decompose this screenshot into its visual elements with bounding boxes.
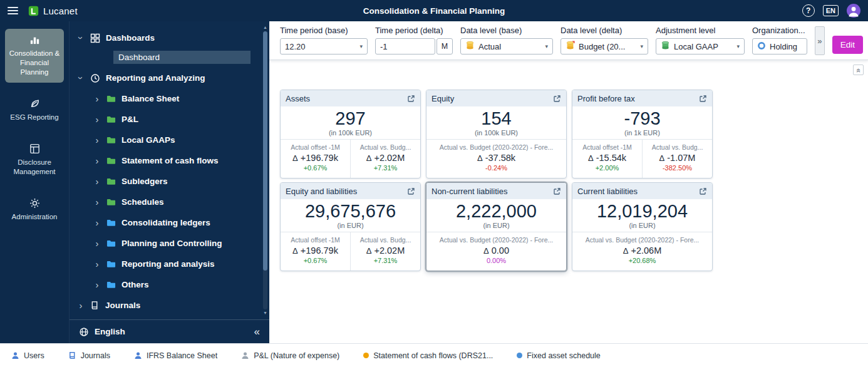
delta-label: Actual vs. Budget (2020-2022) - Fore... [576,236,708,244]
folder-icon [106,260,116,268]
chevron-right-icon[interactable]: › [93,259,101,269]
collapse-panel-button[interactable]: « [853,65,864,75]
card-value: 297 [281,108,420,129]
statusbar-item-journals[interactable]: Journals [68,351,110,360]
statusbar-item-fixed-asset-schedule[interactable]: Fixed asset schedule [517,351,600,360]
dashboard-grid-icon [90,33,100,43]
scroll-down-icon[interactable]: ▼ [263,311,267,316]
delta-icon: Δ [292,153,298,163]
chevron-right-icon[interactable]: › [93,239,101,248]
chevron-down-icon: ▾ [640,43,643,49]
delta-icon: Δ [292,246,298,256]
user-avatar[interactable] [847,4,860,18]
open-external-icon[interactable] [699,95,707,103]
card-deltas: Actual offset -1M Δ +196.79k +0.67% Actu… [281,232,420,271]
chevron-right-icon[interactable]: › [93,94,101,103]
delta-value: Δ -37.58k [430,153,562,163]
open-external-icon[interactable] [407,187,415,195]
user-icon [134,351,142,359]
tree-item-local-gaaps[interactable]: › Local GAAPs [70,130,269,150]
chevron-right-icon[interactable]: › [93,156,101,165]
organization-select[interactable]: Holding [752,38,807,54]
tree-item-journals[interactable]: › Journals [70,295,269,316]
leaf-icon [29,98,41,110]
collapse-sidebar-icon[interactable]: « [254,326,260,338]
language-badge[interactable]: EN [823,5,839,16]
language-selector[interactable]: English « [70,319,269,343]
filter-data-level-delta: Data level (delta) Budget (20... ▾ [561,26,648,54]
brand-name: Lucanet [43,6,78,16]
data-level-delta-select[interactable]: Budget (20... ▾ [561,38,648,54]
open-external-icon[interactable] [553,95,561,103]
statusbar-item-statement-of-cash-flows[interactable]: Statement of cash flows (DRS21... [363,351,493,360]
double-chevron-up-icon: « [854,68,863,72]
tree-item-consolidating-ledgers[interactable]: › Consolidating ledgers [70,212,269,233]
chevron-right-icon[interactable]: › [93,115,101,124]
delta-percent: +7.31% [354,164,416,172]
time-period-delta-input[interactable] [375,38,435,54]
tree-item-label: Subledgers [121,177,168,186]
sidebar-item-consolidation[interactable]: Consolidation & Financial Planning [5,29,64,83]
chevron-right-icon[interactable]: › [93,177,101,186]
statusbar-item-users[interactable]: Users [11,351,44,360]
sidebar-item-administration[interactable]: Administration [5,192,64,227]
tree-item-reporting-and-analysis[interactable]: › Reporting and analysis [70,254,269,274]
sidebar-item-disclosure-management[interactable]: Disclosure Management [5,138,64,182]
tree-item-reporting-and-analyzing[interactable]: › Reporting and Analyzing [70,68,269,88]
bar-chart-icon [29,34,41,46]
select-value: Local GAAP [674,42,718,51]
chevron-right-icon[interactable]: › [77,301,85,310]
card-unit: (in EUR) [572,222,712,229]
tree-item-label: Consolidating ledgers [121,218,210,227]
folder-icon [106,177,116,185]
card-header: Profit before tax [572,90,712,106]
tree-item-balance-sheet[interactable]: › Balance Sheet [70,88,269,109]
chevron-right-icon[interactable]: › [93,280,101,289]
adjustment-level-select[interactable]: Local GAAP ▾ [656,38,745,54]
hamburger-menu-icon[interactable] [8,7,18,14]
chevron-down-icon[interactable]: › [76,34,86,42]
card-title: Non-current liabilities [431,187,507,196]
tree-item-dashboard[interactable]: Dashboard [70,49,269,65]
tree-item-schedules[interactable]: › Schedules [70,192,269,212]
tree-item-dashboards[interactable]: › Dashboards [70,28,269,48]
chevron-right-icon[interactable]: › [93,135,101,145]
open-external-icon[interactable] [407,95,415,103]
tree-item-pl[interactable]: › P&L [70,109,269,130]
tree-item-subledgers[interactable]: › Subledgers [70,171,269,192]
open-external-icon[interactable] [553,187,561,195]
statusbar-item-label: Users [24,351,44,360]
scrollbar-track[interactable] [263,31,267,309]
data-level-base-select[interactable]: Actual ▾ [460,38,553,54]
card-assets[interactable]: Assets 297 (in 100k EUR) Actual offset -… [280,90,421,178]
help-icon[interactable]: ? [802,4,815,17]
tree-item-planning-and-controlling[interactable]: › Planning and Controlling [70,233,269,254]
card-title: Assets [286,94,310,103]
expand-filters-button[interactable]: » [815,26,825,55]
tree-scrollbar[interactable]: ▲ ▼ [262,25,269,316]
card-title: Equity and liabilities [286,187,357,196]
card-title: Equity [431,94,454,103]
delta-icon: Δ [477,153,483,163]
chevron-down-icon[interactable]: › [76,75,86,82]
statusbar-item-ifrs-balance-sheet[interactable]: IFRS Balance Sheet [134,351,217,360]
chevron-right-icon[interactable]: › [93,218,101,227]
scroll-up-icon[interactable]: ▲ [263,25,267,30]
scrollbar-thumb[interactable] [263,31,267,271]
delta-unit-button[interactable]: M [437,38,453,54]
chevron-right-icon[interactable]: › [93,197,101,207]
edit-button[interactable]: Edit [832,36,863,54]
card-equity[interactable]: Equity 154 (in 100k EUR) Actual vs. Budg… [426,90,567,178]
card-equity-and-liabilities[interactable]: Equity and liabilities 29,675,676 (in EU… [280,182,421,271]
statusbar-item-pl-nature-of-expense[interactable]: P&L (Nature of expense) [241,351,339,360]
time-period-base-select[interactable]: 12.20 ▾ [280,38,368,54]
card-profit-before-tax[interactable]: Profit before tax -793 (in 1k EUR) Actua… [572,90,713,178]
card-non-current-liabilities[interactable]: Non-current liabilities 2,222,000 (in EU… [426,182,567,271]
card-header: Equity and liabilities [281,183,420,199]
open-external-icon[interactable] [699,187,707,195]
tree-item-others[interactable]: › Others [70,274,269,295]
sidebar-item-esg-reporting[interactable]: ESG Reporting [5,93,64,128]
tree-item-statement-of-cash-flows[interactable]: › Statement of cash flows [70,150,269,171]
card-current-liabilities[interactable]: Current liabilities 12,019,204 (in EUR) … [572,182,713,271]
delta-value: Δ -15.54k [576,153,638,163]
